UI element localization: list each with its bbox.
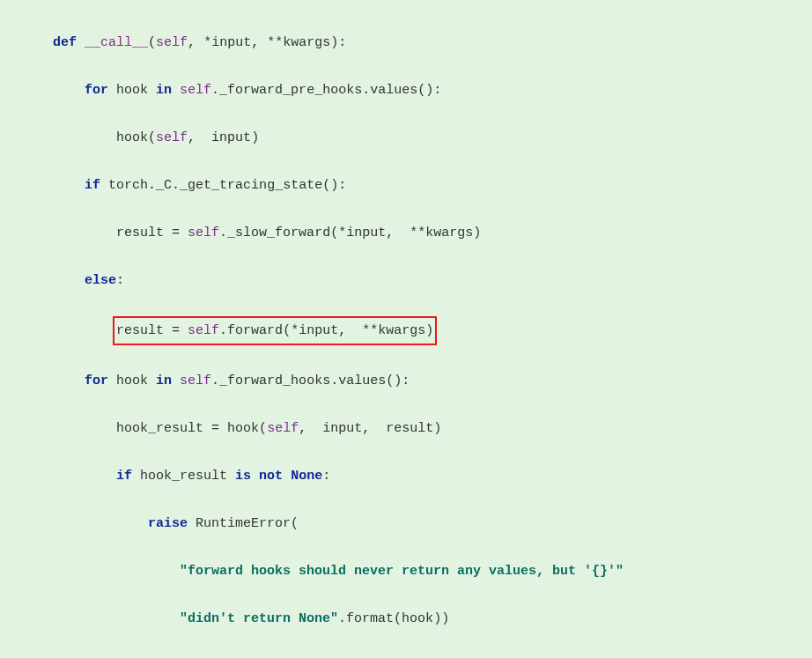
code-line: result = self._slow_forward(*input, **kw… (0, 221, 812, 245)
code-line: if torch._C._get_tracing_state(): (0, 174, 812, 197)
code-editor: def __call__(self, *input, **kwargs): fo… (0, 0, 812, 658)
code-line: hook(self, input) (0, 126, 812, 150)
code-line: "didn't return None".format(hook)) (0, 607, 812, 631)
highlight-box: result = self.forward(*input, **kwargs) (113, 316, 437, 345)
code-line: if len(self._backward_hooks) > 0: (0, 654, 812, 658)
code-line: if hook_result is not None: (0, 464, 812, 488)
code-line: raise RuntimeError( (0, 512, 812, 536)
code-line: for hook in self._forward_hooks.values()… (0, 369, 812, 393)
code-line: def __call__(self, *input, **kwargs): (0, 31, 812, 55)
code-line: for hook in self._forward_pre_hooks.valu… (0, 78, 812, 102)
code-line: hook_result = hook(self, input, result) (0, 417, 812, 440)
code-line-highlighted-box: result = self.forward(*input, **kwargs) (0, 316, 812, 345)
code-line: "forward hooks should never return any v… (0, 559, 812, 583)
code-line: else: (0, 269, 812, 292)
